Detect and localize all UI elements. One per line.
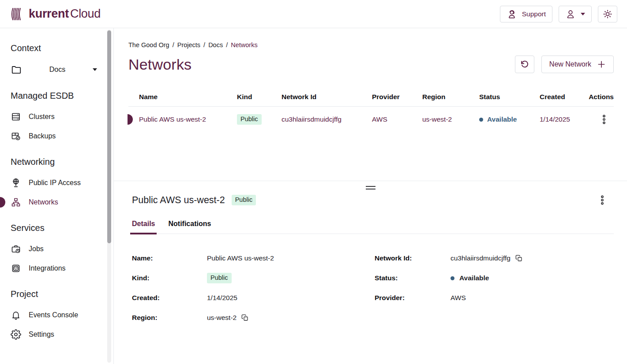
breadcrumb-org[interactable]: The Good Org <box>128 41 169 48</box>
context-project-selector[interactable]: Docs <box>11 64 97 75</box>
kebab-dots-icon <box>601 195 604 205</box>
context-selector-value: Docs <box>22 66 93 74</box>
field-label: Created: <box>132 294 207 302</box>
field-label: Status: <box>375 274 451 282</box>
support-button[interactable]: Support <box>500 6 552 22</box>
copy-region-button[interactable] <box>241 314 248 321</box>
theme-toggle-button[interactable] <box>598 6 617 22</box>
networks-table: Name Kind Network Id Provider Region Sta… <box>128 87 614 132</box>
new-network-label: New Network <box>549 60 591 68</box>
logo-wordmark: kurrentCloud <box>29 7 101 21</box>
field-kind: Kind: Public <box>132 272 375 284</box>
kind-badge: Public <box>237 114 262 125</box>
copy-network-id-button[interactable] <box>515 255 522 262</box>
chevron-down-icon <box>581 13 585 15</box>
field-label: Region: <box>132 314 207 322</box>
rotate-ccw-icon <box>520 59 529 69</box>
field-status: Status: Available <box>375 272 614 284</box>
networks-list-pane: The Good Org/Projects/Docs/Networks Netw… <box>114 28 627 181</box>
kurrent-cloud-logo[interactable]: kurrentCloud <box>11 7 101 21</box>
sidebar-section-managed-esdb: Managed ESDB <box>11 91 100 101</box>
column-header-created: Created <box>540 93 587 101</box>
breadcrumb-separator: / <box>173 41 174 48</box>
sidebar-section-project: Project <box>11 289 100 299</box>
headset-person-icon <box>507 9 517 19</box>
column-header-name: Name <box>139 93 237 101</box>
field-region: Region: us-west-2 <box>132 312 375 323</box>
breadcrumb-project[interactable]: Docs <box>208 41 223 48</box>
field-name: Name: Public AWS us-west-2 <box>132 253 375 264</box>
field-provider: Provider: AWS <box>375 292 614 304</box>
outlet-icon <box>11 263 21 274</box>
new-network-button[interactable]: New Network <box>541 56 614 73</box>
copy-icon <box>241 314 248 321</box>
top-header: kurrentCloud Support <box>0 0 627 28</box>
support-label: Support <box>522 10 546 18</box>
sidebar-item-integrations[interactable]: Integrations <box>11 263 100 274</box>
sidebar-item-jobs[interactable]: Jobs <box>11 244 100 254</box>
page-title: Networks <box>128 56 191 73</box>
breadcrumb-separator: / <box>226 41 228 48</box>
main-content: The Good Org/Projects/Docs/Networks Netw… <box>114 28 627 364</box>
field-label: Provider: <box>375 294 451 302</box>
column-header-status: Status <box>479 93 540 101</box>
briefcase-clock-icon <box>11 244 21 254</box>
kurrent-waveform-icon <box>11 7 25 21</box>
field-value: Public AWS us-west-2 <box>207 254 274 262</box>
detail-actions-menu-button[interactable] <box>599 193 606 207</box>
gear-icon <box>11 329 21 340</box>
folder-icon <box>11 64 22 75</box>
column-header-kind: Kind <box>237 93 282 101</box>
sidebar-item-clusters[interactable]: Clusters <box>11 111 100 122</box>
globe-node-icon <box>11 178 21 188</box>
sidebar-section-services: Services <box>11 223 100 233</box>
kebab-dots-icon <box>602 115 606 124</box>
table-row[interactable]: Public AWS us-west-2 Public cu3hlaiirsdm… <box>128 107 614 132</box>
field-value: AWS <box>451 294 466 302</box>
cell-status: Available <box>479 115 540 123</box>
tab-notifications[interactable]: Notifications <box>168 220 211 228</box>
column-header-network-id: Network Id <box>282 93 372 101</box>
tab-details[interactable]: Details <box>132 220 155 228</box>
status-label: Available <box>487 115 517 123</box>
cell-network-id: cu3hlaiirsdmuidcjffg <box>282 115 372 123</box>
cell-name: Public AWS us-west-2 <box>139 115 237 123</box>
sidebar-scrollbar-thumb[interactable] <box>107 30 111 243</box>
selected-row-marker <box>128 114 133 125</box>
person-icon <box>565 9 576 19</box>
cell-region: us-west-2 <box>422 115 479 123</box>
account-menu-button[interactable] <box>559 6 592 22</box>
field-label: Name: <box>132 254 207 262</box>
breadcrumb-current: Networks <box>231 41 257 48</box>
cell-created: 1/14/2025 <box>540 115 587 123</box>
detail-kind-badge: Public <box>232 195 256 205</box>
bell-icon <box>11 310 21 320</box>
column-header-region: Region <box>422 93 479 101</box>
field-value: cu3hlaiirsdmuidcjffg <box>451 254 511 262</box>
field-label: Kind: <box>132 274 207 282</box>
status-dot-icon <box>451 276 454 280</box>
row-actions-menu-button[interactable] <box>601 113 608 126</box>
field-label: Network Id: <box>375 254 451 262</box>
refresh-button[interactable] <box>515 56 534 73</box>
sidebar-item-backups[interactable]: Backups <box>11 131 100 141</box>
breadcrumb-projects[interactable]: Projects <box>177 41 200 48</box>
sidebar-item-events-console[interactable]: Events Console <box>11 310 100 320</box>
field-value: 1/14/2025 <box>207 294 237 302</box>
sidebar-item-settings[interactable]: Settings <box>11 329 100 340</box>
field-created: Created: 1/14/2025 <box>132 292 375 304</box>
app-window: kurrentCloud Support <box>0 0 627 364</box>
sidebar-section-context: Context <box>11 43 100 53</box>
sun-icon <box>602 9 613 19</box>
column-header-actions: Actions <box>587 93 614 101</box>
kind-badge: Public <box>207 273 232 283</box>
sidebar-item-label: Backups <box>29 132 56 140</box>
chevron-down-icon <box>93 68 97 71</box>
sidebar-item-networks[interactable]: Networks <box>11 197 100 208</box>
field-network-id: Network Id: cu3hlaiirsdmuidcjffg <box>375 253 614 264</box>
field-value: us-west-2 <box>207 314 237 322</box>
active-item-marker <box>0 197 5 208</box>
sidebar-item-label: Settings <box>29 331 54 338</box>
sidebar-item-public-ip-access[interactable]: Public IP Access <box>11 178 100 188</box>
topology-icon <box>11 197 21 208</box>
